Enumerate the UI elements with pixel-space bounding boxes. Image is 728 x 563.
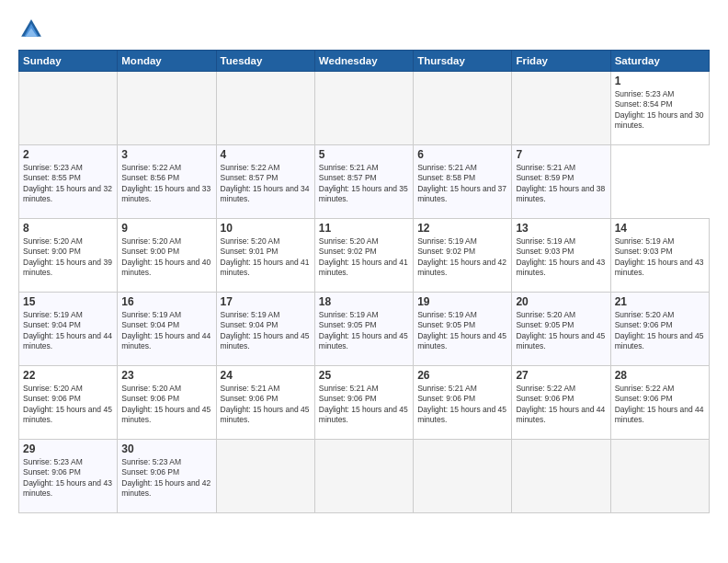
- day-cell: 14Sunrise: 5:19 AMSunset: 9:03 PMDayligh…: [610, 219, 709, 293]
- weekday-header-tuesday: Tuesday: [216, 51, 314, 72]
- day-cell: [414, 440, 512, 513]
- empty-cell: [19, 72, 118, 145]
- day-cell: 6Sunrise: 5:21 AMSunset: 8:58 PMDaylight…: [414, 145, 512, 219]
- day-cell: 20Sunrise: 5:20 AMSunset: 9:05 PMDayligh…: [512, 293, 610, 366]
- day-number: 12: [417, 222, 507, 235]
- weekday-header-friday: Friday: [512, 51, 610, 72]
- day-number: 26: [417, 369, 507, 382]
- day-info: Sunrise: 5:19 AMSunset: 9:03 PMDaylight:…: [516, 236, 606, 279]
- day-number: 15: [23, 295, 113, 308]
- day-number: 3: [121, 148, 211, 161]
- day-cell: 19Sunrise: 5:19 AMSunset: 9:05 PMDayligh…: [414, 293, 512, 366]
- weekday-header-thursday: Thursday: [414, 51, 512, 72]
- day-info: Sunrise: 5:22 AMSunset: 8:57 PMDaylight:…: [221, 163, 311, 205]
- day-cell: 16Sunrise: 5:19 AMSunset: 9:04 PMDayligh…: [118, 293, 216, 366]
- header: [18, 17, 710, 42]
- day-number: 16: [121, 295, 211, 308]
- day-info: Sunrise: 5:23 AMSunset: 9:06 PMDaylight:…: [121, 457, 211, 500]
- day-info: Sunrise: 5:20 AMSunset: 9:06 PMDaylight:…: [615, 310, 705, 352]
- day-info: Sunrise: 5:20 AMSunset: 9:00 PMDaylight:…: [121, 236, 211, 279]
- week-row: 29Sunrise: 5:23 AMSunset: 9:06 PMDayligh…: [19, 440, 710, 513]
- day-number: 7: [516, 148, 606, 161]
- day-info: Sunrise: 5:23 AMSunset: 9:06 PMDaylight:…: [23, 457, 113, 500]
- day-info: Sunrise: 5:22 AMSunset: 9:06 PMDaylight:…: [615, 384, 705, 426]
- day-cell: 28Sunrise: 5:22 AMSunset: 9:06 PMDayligh…: [610, 366, 709, 440]
- day-cell: [314, 440, 413, 513]
- day-number: 10: [221, 222, 311, 235]
- day-cell: 30Sunrise: 5:23 AMSunset: 9:06 PMDayligh…: [118, 440, 216, 513]
- day-cell: 11Sunrise: 5:20 AMSunset: 9:02 PMDayligh…: [314, 219, 413, 293]
- week-row: 22Sunrise: 5:20 AMSunset: 9:06 PMDayligh…: [19, 366, 710, 440]
- day-number: 20: [516, 295, 606, 308]
- day-number: 27: [516, 369, 606, 382]
- day-info: Sunrise: 5:21 AMSunset: 9:06 PMDaylight:…: [221, 384, 311, 426]
- logo-icon: [18, 17, 44, 42]
- day-info: Sunrise: 5:20 AMSunset: 9:06 PMDaylight:…: [23, 384, 113, 426]
- empty-cell: [314, 72, 413, 145]
- day-cell: 4Sunrise: 5:22 AMSunset: 8:57 PMDaylight…: [216, 145, 314, 219]
- day-cell: 13Sunrise: 5:19 AMSunset: 9:03 PMDayligh…: [512, 219, 610, 293]
- day-cell: 3Sunrise: 5:22 AMSunset: 8:56 PMDaylight…: [118, 145, 216, 219]
- day-cell: 18Sunrise: 5:19 AMSunset: 9:05 PMDayligh…: [314, 293, 413, 366]
- day-cell: 17Sunrise: 5:19 AMSunset: 9:04 PMDayligh…: [216, 293, 314, 366]
- day-number: 14: [615, 222, 705, 235]
- day-cell: 8Sunrise: 5:20 AMSunset: 9:00 PMDaylight…: [19, 219, 118, 293]
- day-number: 4: [221, 148, 311, 161]
- week-row: 2Sunrise: 5:23 AMSunset: 8:55 PMDaylight…: [19, 145, 710, 219]
- empty-cell: [414, 72, 512, 145]
- day-info: Sunrise: 5:20 AMSunset: 9:01 PMDaylight:…: [221, 236, 311, 279]
- weekday-header-wednesday: Wednesday: [314, 51, 413, 72]
- day-cell: 26Sunrise: 5:21 AMSunset: 9:06 PMDayligh…: [414, 366, 512, 440]
- day-info: Sunrise: 5:19 AMSunset: 9:02 PMDaylight:…: [417, 236, 507, 279]
- day-info: Sunrise: 5:20 AMSunset: 9:02 PMDaylight:…: [319, 236, 409, 279]
- day-number: 25: [319, 369, 409, 382]
- day-info: Sunrise: 5:21 AMSunset: 8:57 PMDaylight:…: [319, 163, 409, 205]
- day-number: 30: [121, 442, 211, 455]
- empty-cell: [118, 72, 216, 145]
- day-info: Sunrise: 5:23 AMSunset: 8:54 PMDaylight:…: [615, 89, 705, 132]
- day-cell: 2Sunrise: 5:23 AMSunset: 8:55 PMDaylight…: [19, 145, 118, 219]
- day-cell: 5Sunrise: 5:21 AMSunset: 8:57 PMDaylight…: [314, 145, 413, 219]
- day-number: 22: [23, 369, 113, 382]
- empty-cell: [216, 72, 314, 145]
- day-info: Sunrise: 5:22 AMSunset: 9:06 PMDaylight:…: [516, 384, 606, 426]
- day-cell: 25Sunrise: 5:21 AMSunset: 9:06 PMDayligh…: [314, 366, 413, 440]
- day-cell: 10Sunrise: 5:20 AMSunset: 9:01 PMDayligh…: [216, 219, 314, 293]
- day-cell: [610, 440, 709, 513]
- day-number: 18: [319, 295, 409, 308]
- day-number: 2: [23, 148, 113, 161]
- day-number: 9: [121, 222, 211, 235]
- day-info: Sunrise: 5:19 AMSunset: 9:05 PMDaylight:…: [319, 310, 409, 352]
- day-cell: [216, 440, 314, 513]
- day-cell: 1Sunrise: 5:23 AMSunset: 8:54 PMDaylight…: [610, 72, 709, 145]
- day-number: 28: [615, 369, 705, 382]
- day-info: Sunrise: 5:20 AMSunset: 9:05 PMDaylight:…: [516, 310, 606, 352]
- weekday-header-monday: Monday: [118, 51, 216, 72]
- day-info: Sunrise: 5:19 AMSunset: 9:04 PMDaylight:…: [121, 310, 211, 352]
- weekday-header-row: SundayMondayTuesdayWednesdayThursdayFrid…: [19, 51, 710, 72]
- day-info: Sunrise: 5:21 AMSunset: 8:59 PMDaylight:…: [516, 163, 606, 205]
- day-number: 21: [615, 295, 705, 308]
- day-info: Sunrise: 5:20 AMSunset: 9:06 PMDaylight:…: [121, 384, 211, 426]
- day-number: 23: [121, 369, 211, 382]
- calendar: SundayMondayTuesdayWednesdayThursdayFrid…: [18, 50, 710, 513]
- page: SundayMondayTuesdayWednesdayThursdayFrid…: [0, 0, 728, 563]
- day-info: Sunrise: 5:19 AMSunset: 9:03 PMDaylight:…: [615, 236, 705, 279]
- day-cell: 9Sunrise: 5:20 AMSunset: 9:00 PMDaylight…: [118, 219, 216, 293]
- day-number: 8: [23, 222, 113, 235]
- day-number: 13: [516, 222, 606, 235]
- day-number: 11: [319, 222, 409, 235]
- day-cell: 7Sunrise: 5:21 AMSunset: 8:59 PMDaylight…: [512, 145, 610, 219]
- day-number: 5: [319, 148, 409, 161]
- day-info: Sunrise: 5:19 AMSunset: 9:04 PMDaylight:…: [221, 310, 311, 352]
- day-cell: 22Sunrise: 5:20 AMSunset: 9:06 PMDayligh…: [19, 366, 118, 440]
- day-cell: 15Sunrise: 5:19 AMSunset: 9:04 PMDayligh…: [19, 293, 118, 366]
- week-row: 8Sunrise: 5:20 AMSunset: 9:00 PMDaylight…: [19, 219, 710, 293]
- week-row: 15Sunrise: 5:19 AMSunset: 9:04 PMDayligh…: [19, 293, 710, 366]
- day-number: 6: [417, 148, 507, 161]
- day-cell: 12Sunrise: 5:19 AMSunset: 9:02 PMDayligh…: [414, 219, 512, 293]
- day-cell: 29Sunrise: 5:23 AMSunset: 9:06 PMDayligh…: [19, 440, 118, 513]
- day-info: Sunrise: 5:21 AMSunset: 8:58 PMDaylight:…: [417, 163, 507, 205]
- day-info: Sunrise: 5:19 AMSunset: 9:04 PMDaylight:…: [23, 310, 113, 352]
- day-number: 24: [221, 369, 311, 382]
